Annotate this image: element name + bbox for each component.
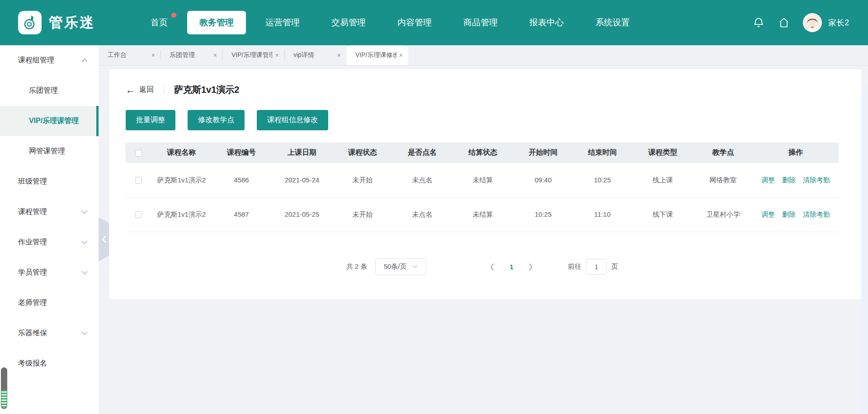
detail-card: ← 返回 萨克斯1v1演示2 批量调整 修改教学点 课程组信息修改	[109, 69, 861, 299]
edit-course-group-info-button[interactable]: 课程组信息修改	[257, 110, 328, 130]
col-header: 教学点	[693, 143, 753, 163]
prev-page-button[interactable]: ❮︎	[481, 262, 505, 271]
cell-course-name: 萨克斯1v1演示2	[151, 163, 212, 197]
course-table: 课程名称 课程编号 上课日期 课程状态 是否点名 结算状态 开始时间 结束时间 …	[126, 143, 839, 232]
next-page-button[interactable]: ❯︎	[519, 262, 543, 271]
sidebar-item-class-mgmt[interactable]: 班级管理	[0, 167, 99, 197]
batch-adjust-button[interactable]: 批量调整	[126, 110, 175, 130]
nav-item-label: 内容管理	[397, 18, 432, 27]
toolbar: 批量调整 修改教学点 课程组信息修改	[126, 110, 839, 130]
col-header: 开始时间	[514, 143, 573, 163]
close-icon[interactable]: ×	[337, 52, 341, 59]
edit-teaching-site-button[interactable]: 修改教学点	[188, 110, 245, 130]
sidebar-item-teacher-mgmt[interactable]: 老师管理	[0, 288, 99, 318]
close-icon[interactable]: ×	[275, 52, 279, 59]
chevron-up-icon	[81, 58, 88, 62]
chevron-down-icon	[81, 210, 88, 214]
adjust-link[interactable]: 调整	[761, 210, 775, 218]
clear-attendance-link[interactable]: 清除考勤	[803, 210, 830, 218]
col-header: 操作	[753, 143, 839, 163]
sidebar-item-label: 作业管理	[18, 238, 47, 247]
cell-settlement: 未结算	[452, 197, 514, 232]
nav-item-academic[interactable]: 教务管理	[187, 11, 246, 34]
col-header: 课程类型	[632, 143, 693, 163]
nav-item-settings[interactable]: 系统设置	[583, 11, 642, 34]
sidebar-item-student-mgmt[interactable]: 学员管理	[0, 257, 99, 288]
current-page[interactable]: 1	[504, 263, 519, 271]
sidebar-collapse-handle[interactable]	[99, 217, 109, 262]
adjust-link[interactable]: 调整	[761, 176, 775, 184]
chevron-left-icon	[102, 236, 106, 243]
clear-attendance-link[interactable]: 清除考勤	[803, 176, 830, 184]
goto-page-input[interactable]	[586, 259, 607, 275]
cell-settlement: 未结算	[452, 163, 514, 197]
nav-item-label: 交易管理	[331, 18, 366, 27]
nav-item-goods[interactable]: 商品管理	[451, 11, 510, 34]
tab-workbench[interactable]: 工作台 ×	[99, 45, 160, 65]
cell-actions: 调整删除清除考勤	[753, 197, 839, 232]
col-header: 是否点名	[392, 143, 452, 163]
cell-status: 未开始	[333, 197, 392, 232]
nav-item-trade[interactable]: 交易管理	[319, 11, 378, 34]
cell-end-time: 10:25	[573, 163, 632, 197]
tab-label: VIP/乐理课修改	[355, 51, 396, 59]
sidebar-item-instrument-maint[interactable]: 乐器维保	[0, 318, 99, 348]
delete-link[interactable]: 删除	[782, 176, 796, 184]
row-checkbox[interactable]	[135, 211, 142, 218]
sidebar-item-homework-mgmt[interactable]: 作业管理	[0, 227, 99, 257]
sidebar-item-band-mgmt[interactable]: 乐团管理	[0, 76, 99, 106]
sidebar-item-label: 课程管理	[18, 207, 47, 217]
delete-link[interactable]: 删除	[782, 210, 796, 218]
top-navbar: 管乐迷 首页 教务管理 运营管理 交易管理 内容管理 商品管理 报表中心 系统设…	[0, 0, 868, 45]
close-icon[interactable]: ×	[151, 52, 155, 59]
nav-item-label: 首页	[151, 18, 168, 27]
cell-end-time: 11:10	[573, 197, 632, 232]
nav-item-label: 系统设置	[595, 18, 630, 27]
brand-logo[interactable]: 管乐迷	[18, 11, 95, 34]
nav-item-report[interactable]: 报表中心	[517, 11, 576, 34]
cell-rollcall: 未点名	[392, 163, 452, 197]
table-row: 萨克斯1v1演示2 4587 2021-05-25 未开始 未点名 未结算 10…	[126, 197, 839, 232]
nav-item-content[interactable]: 内容管理	[385, 11, 444, 34]
nav-item-operation[interactable]: 运营管理	[253, 11, 312, 34]
nav-item-home[interactable]: 首页	[138, 11, 180, 34]
tab-vip-theory-edit[interactable]: VIP/乐理课修改 ×	[346, 45, 408, 65]
page-scrollbar[interactable]	[862, 86, 868, 414]
col-header: 上课日期	[271, 143, 333, 163]
cell-actions: 调整删除清除考勤	[753, 163, 839, 197]
back-button[interactable]: ← 返回	[126, 85, 154, 95]
nav-item-label: 运营管理	[265, 18, 300, 27]
sidebar-item-label: 课程组管理	[18, 56, 54, 65]
col-header: 结束时间	[573, 143, 632, 163]
cell-start-time: 09:40	[514, 163, 573, 197]
navbar-right: 家长2	[752, 13, 849, 32]
row-checkbox[interactable]	[135, 177, 142, 184]
page-size-value: 50条/页	[384, 262, 407, 271]
cell-date: 2021-05-24	[271, 163, 333, 197]
sidebar: 课程组管理 乐团管理 VIP/乐理课管理 网管课管理 班级管理 课程管理 作业管…	[0, 45, 99, 414]
tab-band-mgmt[interactable]: 乐团管理 ×	[160, 45, 222, 65]
sidebar-item-exam-signup[interactable]: 考级报名	[0, 348, 99, 379]
sidebar-item-course-group[interactable]: 课程组管理	[0, 45, 99, 76]
sidebar-item-net-course[interactable]: 网管课管理	[0, 136, 99, 167]
tab-label: 乐团管理	[170, 51, 211, 59]
bell-icon[interactable]	[752, 16, 765, 29]
sidebar-scrollbar[interactable]	[1, 367, 7, 409]
close-icon[interactable]: ×	[213, 52, 217, 59]
user-avatar[interactable]	[803, 13, 822, 32]
user-name[interactable]: 家长2	[828, 17, 849, 28]
home-icon[interactable]	[778, 16, 790, 29]
tab-vip-theory-mgmt[interactable]: VIP/乐理课管理 ×	[222, 45, 284, 65]
cell-start-time: 10:25	[514, 197, 573, 232]
sidebar-item-course-mgmt[interactable]: 课程管理	[0, 197, 99, 227]
sidebar-item-vip-theory[interactable]: VIP/乐理课管理	[0, 106, 99, 136]
chevron-down-icon	[81, 240, 88, 244]
chevron-down-icon	[412, 265, 418, 268]
close-icon[interactable]: ×	[399, 52, 403, 59]
pagination: 共 2 条 50条/页 ❮︎ 1 ❯︎ 前往 页	[126, 258, 839, 275]
page-size-select[interactable]: 50条/页	[375, 258, 426, 275]
select-all-checkbox[interactable]	[135, 150, 142, 157]
pager: ❮︎ 1 ❯︎	[481, 262, 543, 271]
tab-vip-detail[interactable]: vip详情 ×	[284, 45, 346, 65]
cell-course-name: 萨克斯1v1演示2	[151, 197, 212, 232]
